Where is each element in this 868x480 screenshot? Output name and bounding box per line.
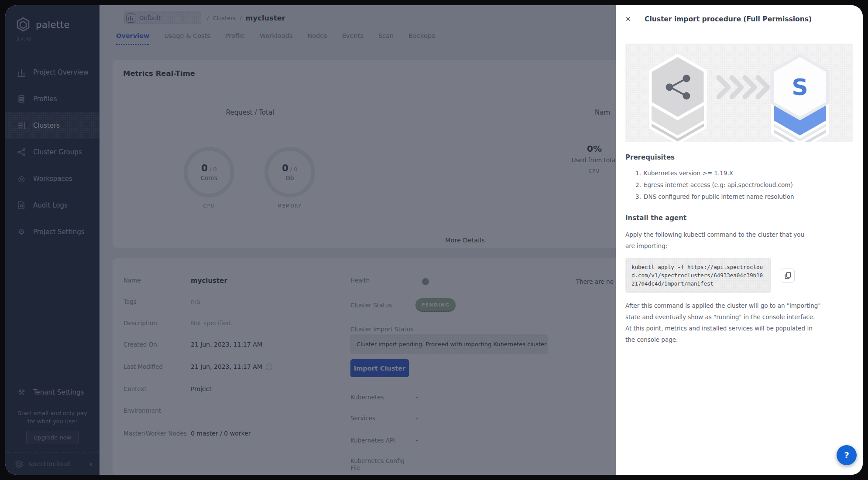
prerequisite-item: 2. Egress internet access (e.g: api.spec… [625,179,853,191]
after-command-text: After this command is applied the cluste… [625,300,823,345]
prerequisites-list: 1. Kubernetes version >= 1.19.X 2. Egres… [625,167,853,203]
panel-title: Cluster import procedure (Full Permissio… [645,15,812,23]
copy-icon [785,272,791,279]
hexagon-illustration: S [625,44,853,142]
spectrocloud-s-logo: S [792,74,808,100]
app-window: Default / Clusters / mycluster Overview … [5,5,863,475]
chevrons-right [719,78,768,97]
prerequisite-item: 1. Kubernetes version >= 1.19.X [625,167,853,179]
kubectl-command-codeblock: kubectl apply -f https://api.spectroclou… [625,258,771,293]
install-agent-heading: Install the agent [625,214,853,222]
cluster-import-panel: ✕ Cluster import procedure (Full Permiss… [616,5,863,475]
help-button[interactable]: ? [837,445,857,465]
close-icon[interactable]: ✕ [625,15,638,23]
prerequisites-heading: Prerequisites [625,153,853,161]
apply-command-text: Apply the following kubectl command to t… [625,229,805,252]
import-illustration: S [625,44,853,142]
panel-header: ✕ Cluster import procedure (Full Permiss… [616,5,863,33]
copy-command-button[interactable] [781,269,795,283]
prerequisite-item: 3. DNS configured for public internet na… [625,191,853,203]
panel-body: S Prerequisites 1. Kubernetes version >=… [616,44,863,345]
command-row: kubectl apply -f https://api.spectroclou… [625,258,853,293]
